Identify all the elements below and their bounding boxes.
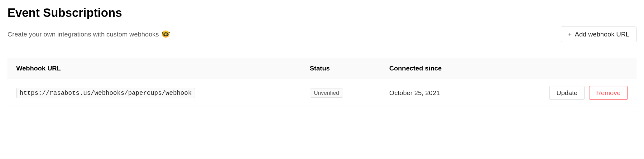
page-title: Event Subscriptions [7,6,637,20]
cell-actions: Update Remove [499,86,628,100]
add-webhook-label: Add webhook URL [575,31,629,38]
cell-connected: October 25, 2021 [389,89,499,97]
plus-icon: + [568,31,572,38]
table-row: https://rasabots.us/webhooks/papercups/w… [7,79,637,107]
column-header-url: Webhook URL [16,65,310,72]
column-header-status: Status [310,65,389,72]
remove-button[interactable]: Remove [589,86,628,100]
column-header-actions [499,65,628,72]
connected-date: October 25, 2021 [389,89,440,96]
cell-url: https://rasabots.us/webhooks/papercups/w… [16,88,310,98]
subtitle-text: Create your own integrations with custom… [7,31,159,38]
webhooks-table: Webhook URL Status Connected since https… [7,58,637,107]
cell-status: Unverified [310,89,389,98]
page-subtitle: Create your own integrations with custom… [7,30,170,38]
page-header: Event Subscriptions Create your own inte… [7,6,637,42]
nerd-face-emoji: 🤓 [161,30,170,38]
status-badge: Unverified [310,89,343,98]
header-row: Create your own integrations with custom… [7,26,637,42]
add-webhook-button[interactable]: + Add webhook URL [561,26,637,42]
table-header: Webhook URL Status Connected since [7,58,637,79]
update-button[interactable]: Update [549,86,585,100]
column-header-connected: Connected since [389,65,499,72]
webhook-url-code: https://rasabots.us/webhooks/papercups/w… [16,88,195,98]
